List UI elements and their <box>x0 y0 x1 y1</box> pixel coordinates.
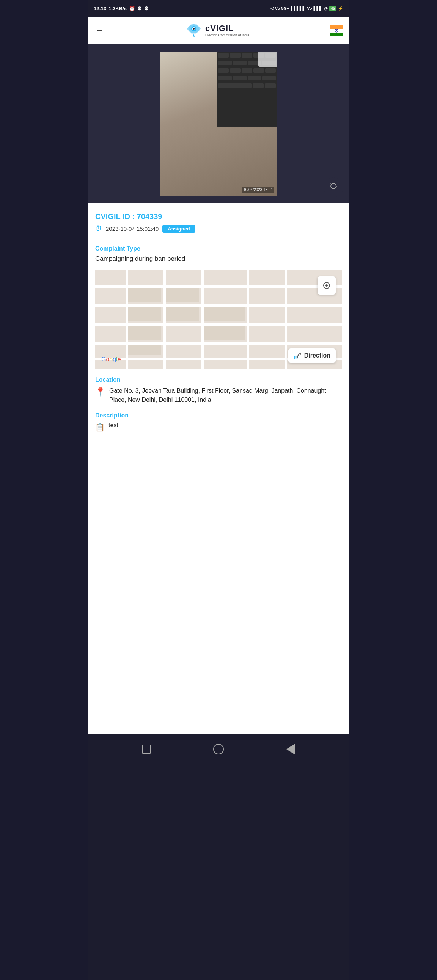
map-block <box>166 288 199 302</box>
cvigil-logo-icon <box>185 22 202 39</box>
charging-icon: ⚡ <box>338 6 343 11</box>
svg-rect-6 <box>330 33 343 36</box>
map-block <box>204 326 245 340</box>
cvigil-id: CVIGIL ID : 704339 <box>95 212 342 221</box>
note-icon: 📋 <box>95 423 105 432</box>
map-block <box>128 326 161 340</box>
app-header: ← cVIGIL Election Commission of India <box>88 17 349 44</box>
map-block <box>166 307 199 321</box>
recent-apps-button[interactable] <box>139 741 154 757</box>
map-road <box>247 270 249 369</box>
time-display: 12:13 <box>94 6 106 11</box>
header-logo: cVIGIL Election Commission of India <box>185 22 249 39</box>
wifi-icon: ◎ <box>324 6 328 11</box>
status-bar: 12:13 1.2KB/s ⏰ ⚙ ⚙ ◁ Vo 5G+ ▌▌▌▌▌ Vo ▌▌… <box>88 0 349 17</box>
locate-button[interactable] <box>317 276 336 294</box>
direction-button[interactable]: Direction <box>288 348 336 363</box>
status-badge: Assigned <box>163 225 195 233</box>
svg-line-11 <box>336 184 337 185</box>
datetime-text: 2023-10-04 15:01:49 <box>106 226 159 232</box>
recent-apps-icon <box>142 745 151 754</box>
back-nav-button[interactable] <box>283 741 298 757</box>
battery-indicator: 45 <box>329 6 337 11</box>
map-block <box>128 288 161 302</box>
location-text: Gate No. 3, Jeevan Tara Building, First … <box>109 386 342 404</box>
photo-timestamp: 10/04/2023 15:01 <box>242 187 274 192</box>
status-right: ◁ Vo 5G+ ▌▌▌▌▌ Vo ▌▌▌ ◎ 45 ⚡ <box>271 6 343 11</box>
timestamp-row: ⏱ 2023-10-04 15:01:49 Assigned <box>95 225 342 233</box>
network-type2: Vo <box>307 6 312 11</box>
photo-container: 10/04/2023 15:01 <box>88 44 349 203</box>
settings-icon: ⚙ <box>137 6 142 11</box>
svg-point-9 <box>331 183 336 189</box>
svg-point-16 <box>325 284 328 286</box>
map-container: Direction Google <box>95 270 342 369</box>
back-nav-icon <box>286 744 295 754</box>
logo-text: cVIGIL Election Commission of India <box>205 24 249 37</box>
home-icon <box>213 744 224 754</box>
location-label: Location <box>95 377 342 383</box>
phone-frame: 12:13 1.2KB/s ⏰ ⚙ ⚙ ◁ Vo 5G+ ▌▌▌▌▌ Vo ▌▌… <box>88 0 349 980</box>
svg-line-13 <box>331 184 332 185</box>
direction-label: Direction <box>304 352 330 359</box>
location-icon: ◁ <box>271 6 273 11</box>
description-label: Description <box>95 412 342 419</box>
divider <box>95 239 342 239</box>
map-block <box>204 307 245 321</box>
svg-point-8 <box>336 30 337 31</box>
google-logo: Google <box>101 356 121 363</box>
description-text: test <box>108 422 118 429</box>
network-speed: 1.2KB/s <box>108 6 127 11</box>
signal-bars: ▌▌▌▌▌ <box>290 6 305 11</box>
description-row: 📋 test <box>95 422 342 432</box>
svg-rect-4 <box>330 25 343 29</box>
svg-point-3 <box>193 28 195 30</box>
status-left: 12:13 1.2KB/s ⏰ ⚙ ⚙ <box>94 6 149 11</box>
india-flag-icon <box>330 24 343 37</box>
complaint-photo: 10/04/2023 15:01 <box>160 52 277 196</box>
app-subtitle: Election Commission of India <box>205 33 249 37</box>
lightbulb-button[interactable] <box>324 177 343 197</box>
map-road <box>285 270 287 369</box>
home-button[interactable] <box>211 741 226 757</box>
map-block <box>128 307 161 321</box>
back-button[interactable]: ← <box>94 24 105 37</box>
map-block <box>128 345 161 355</box>
alarm-icon: ⏰ <box>129 6 135 11</box>
pin-icon: 📍 <box>95 387 105 397</box>
gear-icon: ⚙ <box>144 6 149 11</box>
signal-bars2: ▌▌▌ <box>313 6 322 11</box>
bottom-nav <box>88 734 349 764</box>
location-row: 📍 Gate No. 3, Jeevan Tara Building, Firs… <box>95 386 342 404</box>
complaint-type-value: Campaigning during ban period <box>95 255 342 263</box>
network-type: Vo 5G+ <box>275 6 289 11</box>
clock-icon: ⏱ <box>95 225 102 233</box>
app-name: cVIGIL <box>205 24 234 33</box>
content-card: CVIGIL ID : 704339 ⏱ 2023-10-04 15:01:49… <box>88 203 349 734</box>
complaint-type-label: Complaint Type <box>95 245 342 252</box>
svg-point-22 <box>295 357 296 358</box>
